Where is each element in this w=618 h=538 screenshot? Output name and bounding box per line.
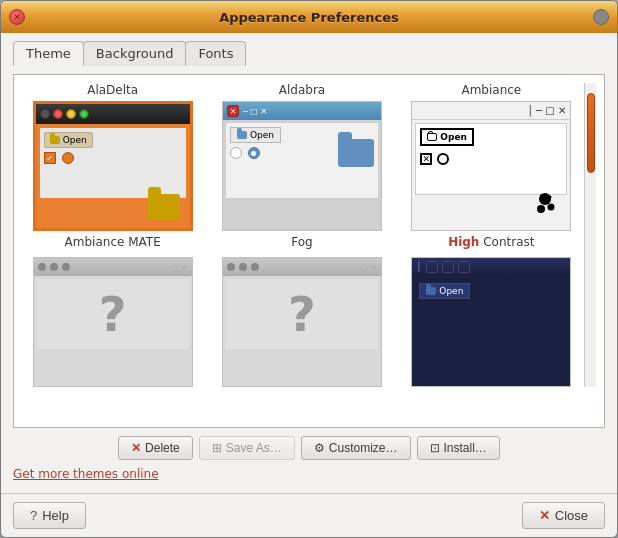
install-button[interactable]: ⊡ Install… — [417, 436, 500, 460]
fog-folder-icon — [237, 131, 247, 139]
preview-checkboxes: ✓ — [44, 152, 182, 164]
t4-b2 — [50, 263, 58, 271]
window: ✕ Appearance Preferences Theme Backgroun… — [0, 0, 618, 538]
delete-label: Delete — [145, 441, 180, 455]
preview-btn-close — [53, 109, 63, 119]
theme-label-ambiance: Ambiance — [401, 83, 582, 97]
close-icon: ✕ — [539, 508, 550, 523]
t6-b2 — [442, 261, 454, 273]
t5-b1 — [227, 263, 235, 271]
customize-label: Customize… — [329, 441, 398, 455]
customize-icon: ⚙ — [314, 441, 325, 455]
hc-label-high: High — [448, 235, 479, 249]
theme-name-high-contrast: High Contrast — [448, 235, 534, 249]
theme-preview-5: □ ✕ ? — [222, 257, 382, 387]
save-as-button[interactable]: ⊞ Save As… — [199, 436, 295, 460]
delete-icon: ✕ — [131, 441, 141, 455]
tab-theme[interactable]: Theme — [13, 41, 84, 66]
preview-btn-min — [66, 109, 76, 119]
theme-preview-high-contrast: │ ─ □ ✕ Open ✕ — [411, 101, 571, 231]
delete-button[interactable]: ✕ Delete — [118, 436, 193, 460]
preview-checkbox: ✓ — [44, 152, 56, 164]
t6-b3 — [458, 261, 470, 273]
hc-controls: ✕ — [420, 153, 562, 165]
close-label: Close — [555, 508, 588, 523]
bottom-bar: ? Help ✕ Close — [1, 493, 617, 537]
preview-folder-big — [148, 194, 180, 220]
hc-folder — [427, 133, 437, 141]
theme-preview-fog: ✕ ─ □ ✕ Open — [222, 101, 382, 231]
scrollbar-thumb[interactable] — [587, 93, 595, 173]
theme-preview-ambiance-mate: Open ✓ — [33, 101, 193, 231]
theme-name-ambiance-mate: Ambiance MATE — [65, 235, 161, 249]
theme-item-high-contrast[interactable]: │ ─ □ ✕ Open ✕ — [401, 101, 582, 249]
theme-name-fog: Fog — [291, 235, 312, 249]
save-as-icon: ⊞ — [212, 441, 222, 455]
t5-b3 — [251, 263, 259, 271]
theme-item-4[interactable]: □ ✕ ? — [22, 257, 203, 387]
theme-preview-4: □ ✕ ? — [33, 257, 193, 387]
t4-b1 — [38, 263, 46, 271]
t4-b3 — [62, 263, 70, 271]
svg-point-1 — [537, 205, 545, 213]
preview-radio — [62, 152, 74, 164]
fog-open-btn: Open — [230, 127, 281, 143]
action-buttons: ✕ Delete ⊞ Save As… ⚙ Customize… ⊡ Insta… — [13, 436, 605, 460]
save-as-label: Save As… — [226, 441, 282, 455]
install-label: Install… — [444, 441, 487, 455]
hc-open-btn: Open — [420, 128, 474, 146]
gnome-logo — [530, 189, 560, 222]
window-dots-indicator — [593, 9, 609, 25]
themes-panel: AlaDelta Aldabra Ambiance — [13, 74, 605, 428]
t6-b1 — [426, 261, 438, 273]
folder-icon — [50, 136, 60, 144]
svg-point-2 — [548, 204, 555, 211]
svg-point-3 — [540, 194, 544, 198]
help-label: Help — [42, 508, 69, 523]
get-more-themes-link[interactable]: Get more themes online — [13, 467, 159, 481]
titlebar: ✕ Appearance Preferences — [1, 1, 617, 33]
hc-radio — [437, 153, 449, 165]
close-button[interactable]: ✕ Close — [522, 502, 605, 529]
theme-item-ambiance-mate[interactable]: Open ✓ — [22, 101, 203, 249]
theme-item-fog[interactable]: ✕ ─ □ ✕ Open — [211, 101, 392, 249]
theme-item-6[interactable]: │ Open — [401, 257, 582, 387]
preview-btn-dark — [40, 109, 50, 119]
help-icon: ? — [30, 508, 37, 523]
customize-button[interactable]: ⚙ Customize… — [301, 436, 411, 460]
preview-open-btn: Open — [44, 132, 93, 148]
main-content: Theme Background Fonts AlaDelta Aldabra … — [1, 33, 617, 493]
hc-checkbox: ✕ — [420, 153, 432, 165]
theme-preview-6: │ Open — [411, 257, 571, 387]
theme-label-aldabra: Aldabra — [211, 83, 392, 97]
window-close-button[interactable]: ✕ — [9, 9, 25, 25]
theme-label-aladelta: AlaDelta — [22, 83, 203, 97]
preview-btn-max — [79, 109, 89, 119]
install-icon: ⊡ — [430, 441, 440, 455]
svg-point-4 — [549, 196, 552, 199]
help-button[interactable]: ? Help — [13, 502, 86, 529]
link-row: Get more themes online — [13, 460, 605, 483]
tab-bar: Theme Background Fonts — [13, 41, 605, 66]
dark-open-btn: Open — [419, 283, 470, 299]
tab-background[interactable]: Background — [83, 41, 187, 66]
t5-b2 — [239, 263, 247, 271]
scrollbar[interactable] — [584, 83, 596, 387]
theme-item-5[interactable]: □ ✕ ? — [211, 257, 392, 387]
fog-folder-big — [338, 139, 374, 167]
tab-fonts[interactable]: Fonts — [185, 41, 246, 66]
window-title: Appearance Preferences — [33, 10, 585, 25]
dark-folder — [426, 287, 436, 295]
fog-close-btn: ✕ — [227, 105, 239, 117]
